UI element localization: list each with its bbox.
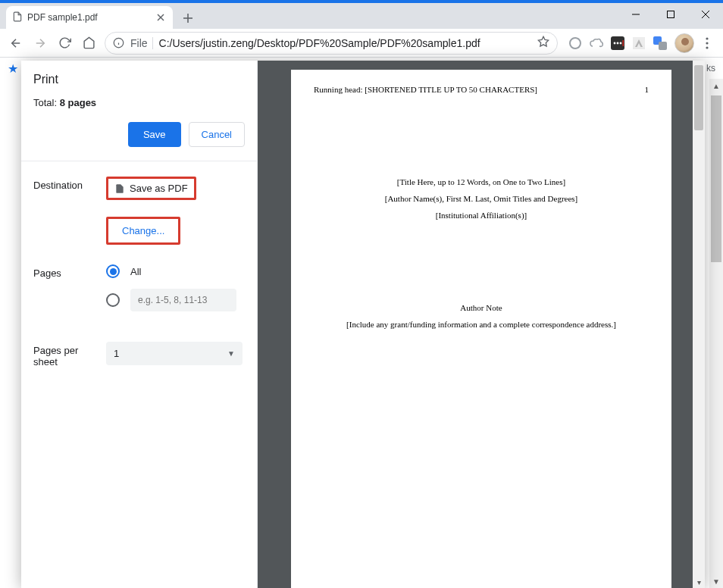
doc-author: [Author Name(s), First M. Last, Omit Tit… <box>314 194 649 203</box>
save-button[interactable]: Save <box>128 122 181 147</box>
destination-value-highlight[interactable]: Save as PDF <box>106 177 196 200</box>
svg-point-16 <box>614 42 616 44</box>
pages-range-input[interactable] <box>130 289 236 311</box>
print-total-prefix: Total: <box>33 97 60 108</box>
print-preview: Running head: [SHORTENED TITLE UP TO 50 … <box>258 61 705 588</box>
pages-all-label: All <box>130 266 141 277</box>
reload-button[interactable] <box>53 32 76 55</box>
window-controls <box>618 3 723 26</box>
page-scrollbar[interactable]: ▲ ▼ <box>709 79 723 588</box>
browser-toolbar: File C:/Users/justin.zeng/Desktop/PDF%20… <box>0 29 723 58</box>
chrome-menu-button[interactable] <box>696 32 718 55</box>
svg-point-24 <box>706 42 708 44</box>
print-total: Total: 8 pages <box>33 97 245 108</box>
svg-marker-13 <box>538 36 548 46</box>
pages-label: Pages <box>33 264 99 322</box>
scrollbar-thumb[interactable] <box>711 95 721 262</box>
author-note-body: [Include any grant/funding information a… <box>314 320 649 329</box>
browser-tab[interactable]: PDF sample1.pdf <box>6 6 173 29</box>
running-head: Running head: [SHORTENED TITLE UP TO 50 … <box>314 85 537 94</box>
extension-icons <box>562 36 673 50</box>
extension-cloud-icon[interactable] <box>590 36 603 50</box>
address-bar[interactable]: File C:/Users/justin.zeng/Desktop/PDF%20… <box>105 32 558 55</box>
bookmark-item-icon[interactable]: ★ <box>8 61 18 76</box>
svg-point-17 <box>617 42 619 44</box>
doc-title: [Title Here, up to 12 Words, on One to T… <box>314 177 649 186</box>
pages-per-sheet-label: Pages per sheet <box>33 342 99 368</box>
tab-title: PDF sample1.pdf <box>27 12 150 23</box>
site-info-icon[interactable] <box>113 37 124 48</box>
preview-page: Running head: [SHORTENED TITLE UP TO 50 … <box>291 70 671 588</box>
file-icon <box>12 11 23 24</box>
tab-strip: PDF sample1.pdf <box>0 3 723 29</box>
extension-lastpass-icon[interactable] <box>611 36 624 50</box>
preview-scroll-down-icon[interactable]: ▾ <box>693 576 705 588</box>
doc-affiliation: [Institutional Affiliation(s)] <box>314 211 649 220</box>
preview-scrollbar-thumb[interactable] <box>694 65 703 130</box>
print-dialog: Print Total: 8 pages Save Cancel Destina… <box>21 61 705 588</box>
change-destination-button[interactable]: Change... <box>106 217 180 245</box>
pages-custom-radio[interactable] <box>106 293 120 307</box>
print-dialog-title: Print <box>33 73 245 86</box>
svg-rect-5 <box>668 11 674 18</box>
svg-point-18 <box>620 42 622 44</box>
forward-button[interactable] <box>29 32 52 55</box>
svg-rect-22 <box>659 42 667 50</box>
url-text: C:/Users/justin.zeng/Desktop/PDF%20Sampl… <box>159 37 480 49</box>
tab-close-icon[interactable] <box>155 11 167 23</box>
preview-scrollbar[interactable]: ▴ ▾ <box>693 61 705 588</box>
svg-rect-19 <box>623 40 624 46</box>
destination-value: Save as PDF <box>130 183 188 194</box>
extension-adobe-icon[interactable] <box>632 36 646 50</box>
destination-label: Destination <box>33 177 99 245</box>
new-tab-button[interactable] <box>177 8 199 29</box>
pages-per-sheet-select[interactable]: 1 ▼ <box>106 342 243 365</box>
back-button[interactable] <box>5 32 27 55</box>
extension-translate-icon[interactable] <box>653 36 667 50</box>
svg-point-23 <box>706 37 708 39</box>
print-page-count: 8 pages <box>60 97 96 108</box>
bookmark-star-icon[interactable] <box>537 36 549 50</box>
pdf-icon <box>114 183 125 194</box>
chevron-down-icon: ▼ <box>227 349 235 358</box>
content-area: ▲ ▼ Print Total: 8 pages Save Cancel Des… <box>0 79 723 588</box>
cancel-button[interactable]: Cancel <box>189 122 245 147</box>
pages-all-radio[interactable] <box>106 264 120 278</box>
scroll-up-icon[interactable]: ▲ <box>709 79 723 92</box>
home-button[interactable] <box>77 32 100 55</box>
url-scheme-label: File <box>130 37 153 49</box>
close-window-button[interactable] <box>688 3 723 26</box>
extension-circle-icon[interactable] <box>568 36 582 50</box>
minimize-button[interactable] <box>618 3 653 26</box>
scroll-down-icon[interactable]: ▼ <box>709 574 723 588</box>
svg-point-14 <box>570 38 581 48</box>
maximize-button[interactable] <box>653 3 688 26</box>
profile-avatar[interactable] <box>674 33 694 53</box>
page-number: 1 <box>645 85 649 94</box>
print-settings-panel: Print Total: 8 pages Save Cancel Destina… <box>21 61 258 588</box>
pages-per-sheet-value: 1 <box>114 348 119 359</box>
author-note-heading: Author Note <box>314 303 649 312</box>
svg-point-25 <box>706 46 708 48</box>
bookmarks-overflow-label: ks <box>706 63 715 74</box>
